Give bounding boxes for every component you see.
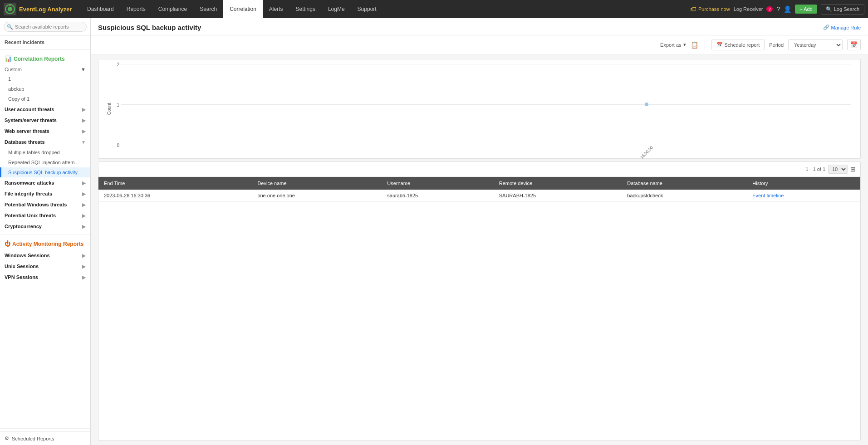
activity-icon: ⏻ — [5, 240, 10, 247]
calendar-icon: 📅 — [716, 42, 723, 48]
svg-point-2 — [8, 7, 12, 11]
y-tick-0: 0 — [117, 143, 119, 148]
pagination-info: 1 - 1 of 1 — [806, 166, 825, 172]
app-name-text: EventLog Analyzer — [19, 6, 72, 13]
export-icon: 📋 — [691, 41, 698, 49]
recent-incidents-label: Recent incidents — [0, 36, 90, 47]
custom-group-header[interactable]: Custom ▼ — [0, 65, 90, 74]
grid-line-2: 2 — [121, 64, 851, 64]
sidebar-search-area: 🔍 — [0, 18, 90, 36]
log-search-button[interactable]: 🔍 Log Search — [821, 4, 864, 15]
cell-history[interactable]: Event timeline — [747, 190, 860, 202]
sidebar-search-icon: 🔍 — [7, 24, 13, 30]
col-database-name: Database name — [622, 177, 747, 190]
per-page-select[interactable]: 10 — [828, 165, 848, 174]
sidebar-file-integrity-threats[interactable]: File integrity threats ▶ — [0, 188, 90, 199]
correlation-reports-title: 📊 Correlation Reports — [0, 53, 90, 65]
help-button[interactable]: ? — [776, 5, 780, 13]
nav-settings[interactable]: Settings — [289, 0, 322, 18]
nav-logme[interactable]: LogMe — [322, 0, 351, 18]
content-area: Suspicious SQL backup activity 🔗 Manage … — [91, 18, 868, 445]
sidebar-potential-unix-threats[interactable]: Potential Unix threats ▶ — [0, 210, 90, 221]
table-settings-button[interactable]: ⊞ — [850, 166, 856, 173]
data-table-container: 1 - 1 of 1 10 ⊞ End Time Device name Use… — [98, 161, 861, 440]
divider-2 — [0, 235, 90, 235]
period-select[interactable]: Yesterday — [788, 39, 843, 50]
user-menu-button[interactable]: 👤 — [784, 5, 791, 13]
arrow-icon: ▶ — [82, 191, 86, 196]
table-row: 2023-06-28 16:30:36 one.one.one.one saur… — [98, 190, 860, 202]
nav-alerts[interactable]: Alerts — [263, 0, 289, 18]
chart-inner: Count 2 1 0 — [98, 59, 860, 158]
y-tick-2: 2 — [117, 62, 119, 67]
calendar-picker-button[interactable]: 📅 — [847, 39, 861, 50]
nav-menu: Dashboard Reports Compliance Search Corr… — [81, 0, 690, 18]
top-navigation: EventLog Analyzer Dashboard Reports Comp… — [0, 0, 868, 18]
export-as-button[interactable]: Export as ▾ — [660, 42, 686, 48]
nav-reports[interactable]: Reports — [120, 0, 152, 18]
log-receiver-button[interactable]: Log Receiver — [734, 6, 763, 12]
sidebar-item-multiple-tables-dropped[interactable]: Multiple tables dropped — [0, 147, 90, 157]
arrow-icon: ▶ — [82, 129, 86, 134]
sidebar-web-server-threats[interactable]: Web server threats ▶ — [0, 126, 90, 137]
sidebar-database-threats[interactable]: Database threats ▼ — [0, 137, 90, 147]
nav-compliance[interactable]: Compliance — [152, 0, 193, 18]
sidebar-system-server-threats[interactable]: System/server threats ▶ — [0, 115, 90, 126]
grid-line-0: 0 — [121, 145, 851, 145]
data-point-1 — [645, 103, 648, 106]
nav-correlation[interactable]: Correlation — [223, 0, 263, 18]
sidebar-item-suspicious-sql-backup[interactable]: Suspicious SQL backup activity — [0, 167, 90, 177]
sidebar-item-copy-of-1[interactable]: Copy of 1 — [0, 94, 90, 104]
search-wrap: 🔍 — [4, 22, 87, 32]
manage-rule-link[interactable]: 🔗 Manage Rule — [823, 24, 861, 30]
sidebar-user-account-threats[interactable]: User account threats ▶ — [0, 104, 90, 115]
cell-username: saurabh-1825 — [382, 190, 493, 202]
arrow-icon: ▶ — [82, 253, 86, 258]
chart-y-axis-label: Count — [107, 103, 112, 115]
sidebar-ransomware-attacks[interactable]: Ransomware attacks ▶ — [0, 177, 90, 188]
custom-arrow-icon: ▼ — [81, 67, 86, 72]
nav-dashboard[interactable]: Dashboard — [81, 0, 120, 18]
scheduled-reports-item[interactable]: ⚙ Scheduled Reports — [0, 431, 90, 445]
manage-rule-icon: 🔗 — [823, 24, 829, 30]
table-header-row: End Time Device name Username Remote dev… — [98, 177, 860, 190]
col-history: History — [747, 177, 860, 190]
arrow-icon: ▶ — [82, 107, 86, 112]
arrow-icon: ▼ — [81, 140, 86, 145]
arrow-icon: ▶ — [82, 118, 86, 123]
activity-monitoring-title: ⏻ Activity Monitoring Reports — [0, 238, 90, 250]
divider-1 — [0, 49, 90, 50]
search-icon: 🔍 — [826, 6, 832, 12]
sidebar-item-custom-1[interactable]: 1 — [0, 74, 90, 84]
sidebar-search-input[interactable] — [4, 22, 87, 32]
sidebar-item-abckup[interactable]: abckup — [0, 84, 90, 94]
y-tick-1: 1 — [117, 103, 119, 108]
main-layout: 🔍 Recent incidents 📊 Correlation Reports… — [0, 18, 868, 445]
add-button[interactable]: + Add — [795, 5, 817, 14]
divider-3 — [0, 428, 90, 429]
table-toolbar: 1 - 1 of 1 10 ⊞ — [98, 162, 860, 177]
logo-area: EventLog Analyzer — [4, 3, 76, 15]
sidebar-potential-windows-threats[interactable]: Potential Windows threats ▶ — [0, 199, 90, 210]
report-toolbar: Export as ▾ 📋 📅 Schedule report Period Y… — [91, 35, 868, 54]
nav-search[interactable]: Search — [193, 0, 223, 18]
sidebar-item-repeated-sql-injection[interactable]: Repeated SQL injection attem... — [0, 157, 90, 167]
event-timeline-link[interactable]: Event timeline — [752, 193, 784, 198]
bar-chart-icon: 📊 — [5, 55, 12, 62]
sidebar-unix-sessions[interactable]: Unix Sessions ▶ — [0, 261, 90, 272]
purchase-now-button[interactable]: 🏷 Purchase now — [690, 5, 730, 13]
grid-line-1: 1 — [121, 104, 851, 105]
x-tick-16: 16:00:00 — [640, 145, 654, 160]
chart-container: Count 2 1 0 — [98, 59, 861, 159]
sidebar-cryptocurrency[interactable]: Cryptocurrency ▶ — [0, 221, 90, 232]
sidebar-vpn-sessions[interactable]: VPN Sessions ▶ — [0, 272, 90, 283]
sidebar-windows-sessions[interactable]: Windows Sessions ▶ — [0, 250, 90, 261]
nav-support[interactable]: Support — [351, 0, 383, 18]
page-title: Suspicious SQL backup activity — [98, 24, 201, 31]
purchase-icon: 🏷 — [690, 5, 696, 13]
arrow-icon: ▶ — [82, 213, 86, 218]
arrow-icon: ▶ — [82, 224, 86, 229]
app-logo-icon — [4, 3, 16, 15]
col-device-name: Device name — [252, 177, 382, 190]
schedule-report-button[interactable]: 📅 Schedule report — [711, 39, 765, 50]
